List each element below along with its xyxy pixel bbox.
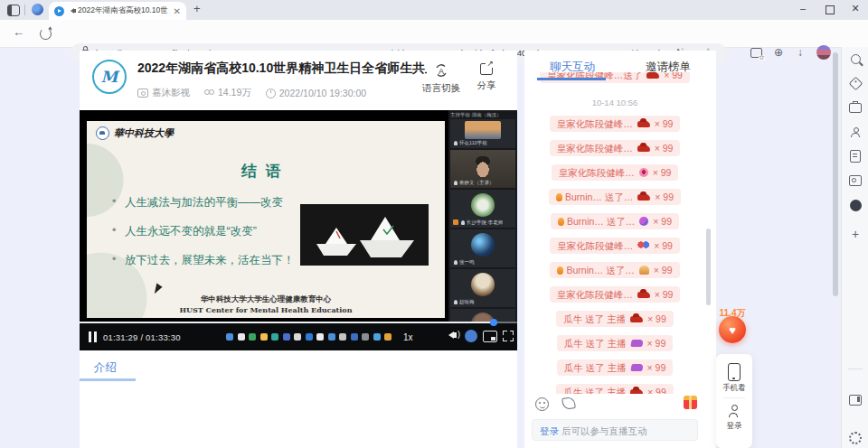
workspace-icon[interactable] bbox=[7, 5, 20, 16]
sidebar-games-icon[interactable] bbox=[842, 120, 868, 144]
window-minimize-button[interactable]: – bbox=[794, 3, 812, 14]
paper-boats-image bbox=[300, 204, 429, 266]
chat-date-label: 10-14 10:56 bbox=[592, 98, 638, 107]
login-link[interactable]: 登录 bbox=[540, 425, 559, 436]
taskbar-app-icon bbox=[362, 333, 369, 341]
taskbar-app-icon bbox=[238, 333, 245, 341]
back-button[interactable]: ← bbox=[13, 25, 24, 39]
refresh-button[interactable] bbox=[40, 28, 52, 40]
web-fullscreen-icon[interactable] bbox=[483, 331, 497, 342]
flame-icon bbox=[556, 193, 562, 201]
language-switch-button[interactable]: A 语言切换 bbox=[421, 63, 461, 95]
sidebar-image-icon[interactable] bbox=[842, 169, 868, 192]
video-player[interactable]: 華中科技大學 结语 人生减法与加法的平衡——改变 人生永远不变的就是“改变” 放… bbox=[80, 110, 517, 350]
gift-count: × 99 bbox=[647, 338, 666, 349]
mobile-watch-label[interactable]: 手机看 bbox=[716, 383, 752, 394]
chat-scrollbar[interactable] bbox=[706, 229, 711, 305]
person-icon bbox=[454, 300, 458, 304]
chat-panel: 聊天互动 邀请榜单 皇家化陈段健峰…送了 × 99 10-14 10:56 皇家… bbox=[524, 51, 716, 448]
participant-tile[interactable]: 怀化110学校 bbox=[450, 119, 515, 148]
university-name: 華中科技大學 bbox=[114, 126, 174, 140]
slide-bullets: 人生减法与加法的平衡——改变 人生永远不变的就是“改变” 放下过去，展望未来，活… bbox=[112, 195, 302, 282]
login-person-icon[interactable] bbox=[729, 405, 739, 417]
sidebar-shopping-icon[interactable] bbox=[842, 71, 868, 95]
chat-message-list[interactable]: 皇家化陈段健峰…送了 × 99 10-14 10:56 皇家化陈段健峰… × 9… bbox=[524, 72, 705, 394]
fullscreen-icon[interactable] bbox=[503, 331, 514, 341]
gift-count: × 99 bbox=[647, 362, 666, 373]
side-action-card: 手机看 登录 bbox=[716, 354, 752, 448]
participant-label: 长沙学院·李老师 bbox=[467, 219, 503, 226]
progress-handle[interactable] bbox=[490, 319, 497, 326]
volume-icon[interactable] bbox=[445, 331, 454, 339]
sidebar-tools-icon[interactable] bbox=[842, 96, 868, 119]
sidebar-app-icon[interactable] bbox=[842, 193, 868, 217]
participant-tile[interactable]: 赵咏梅 bbox=[450, 269, 515, 307]
taskbar-app-icon bbox=[351, 333, 358, 341]
participant-tile[interactable]: 张一鸣 bbox=[450, 229, 515, 267]
gift-count: × 99 bbox=[647, 387, 666, 394]
sidebar-expand-icon[interactable] bbox=[842, 388, 868, 412]
channel-logo: M bbox=[92, 60, 127, 94]
slide-bullet: 人生永远不变的就是“改变” bbox=[112, 224, 302, 239]
tab-audio-icon[interactable] bbox=[68, 8, 74, 14]
effects-icon[interactable] bbox=[561, 397, 576, 410]
chat-message: 瓜牛 送了 主播 × 99 bbox=[556, 384, 674, 394]
gift-icon bbox=[639, 266, 649, 275]
gift-count: × 99 bbox=[655, 143, 674, 154]
pause-button[interactable] bbox=[89, 331, 97, 342]
browser-extension-icon[interactable] bbox=[32, 4, 43, 15]
favorites-icon[interactable] bbox=[750, 48, 762, 58]
slide-bullet: 放下过去，展望未来，活在当下！ bbox=[112, 253, 302, 268]
participant-tile[interactable]: 蒋静文（主讲） bbox=[450, 150, 515, 188]
participant-label: 赵咏梅 bbox=[459, 299, 475, 305]
participant-avatar bbox=[471, 233, 495, 257]
sidebar-add-icon[interactable]: + bbox=[842, 222, 868, 246]
sidebar-feed-icon[interactable] bbox=[842, 145, 868, 168]
gift-box-icon[interactable] bbox=[684, 396, 697, 409]
side-login-label[interactable]: 登录 bbox=[716, 421, 752, 432]
share-button[interactable]: ↗ 分享 bbox=[467, 63, 506, 92]
video-progress-bar[interactable] bbox=[80, 322, 517, 323]
taskbar-app-icon bbox=[283, 333, 290, 341]
chat-tab-underline bbox=[537, 78, 606, 80]
tab-intro[interactable]: 介绍 bbox=[94, 360, 117, 376]
stream-meta: 嘉沐影视 14.19万 2022/10/10 19:30:00 bbox=[137, 87, 375, 99]
flame-icon bbox=[557, 266, 563, 275]
chat-message-text: 皇家化陈段健峰… bbox=[557, 289, 633, 300]
window-close-button[interactable]: ✕ bbox=[846, 3, 864, 14]
participants-strip: 主持学校·湖南（梅溪） 怀化110学校 蒋静文（主讲） bbox=[448, 110, 517, 350]
chat-message-text: 瓜牛 送了 主播 bbox=[563, 387, 626, 394]
like-heart-button[interactable]: ♥ bbox=[719, 316, 746, 343]
sidebar-search-icon[interactable] bbox=[842, 47, 868, 70]
new-tab-button[interactable]: + bbox=[193, 2, 201, 15]
window-maximize-button[interactable] bbox=[821, 5, 839, 14]
shared-screen-taskbar bbox=[226, 333, 392, 341]
chat-message: 瓜牛 送了 主播 × 99 bbox=[556, 311, 674, 327]
chat-message-text: 皇家化陈段健峰… bbox=[559, 167, 635, 178]
tab-invite-ranking[interactable]: 邀请榜单 bbox=[620, 51, 716, 72]
gift-count: × 99 bbox=[655, 191, 674, 202]
playback-speed-button[interactable]: 1x bbox=[403, 332, 413, 342]
gift-icon bbox=[637, 121, 650, 127]
chat-message-text: 瓜牛 送了 主播 bbox=[564, 338, 627, 349]
emoji-icon[interactable] bbox=[535, 397, 549, 411]
sidebar-settings-icon[interactable] bbox=[842, 426, 868, 448]
mobile-phone-icon[interactable] bbox=[728, 363, 741, 381]
browser-profile-avatar[interactable] bbox=[816, 45, 831, 60]
participant-tile[interactable]: 长沙学院·李老师 bbox=[450, 190, 515, 228]
downloads-icon[interactable]: ↓ bbox=[797, 46, 803, 59]
person-icon bbox=[454, 181, 458, 185]
gift-icon bbox=[637, 145, 650, 152]
viewers-icon bbox=[204, 89, 214, 97]
site-favicon-icon bbox=[54, 6, 64, 16]
tab-close-icon[interactable]: ✕ bbox=[174, 6, 181, 16]
barrage-toggle-icon[interactable] bbox=[465, 330, 477, 342]
taskbar-app-icon bbox=[384, 333, 392, 341]
collections-icon[interactable]: ⊕ bbox=[774, 46, 783, 59]
gift-count: × 99 bbox=[653, 216, 672, 227]
tab-chat-interaction[interactable]: 聊天互动 bbox=[524, 51, 620, 72]
page-scrollbar[interactable] bbox=[833, 52, 838, 296]
browser-tab[interactable]: 2022年湖南省高校10.10世 ✕ bbox=[49, 2, 186, 20]
chat-input[interactable]: 登录后可以参与直播互动 bbox=[532, 419, 698, 441]
participant-label: 怀化110学校 bbox=[459, 140, 487, 146]
